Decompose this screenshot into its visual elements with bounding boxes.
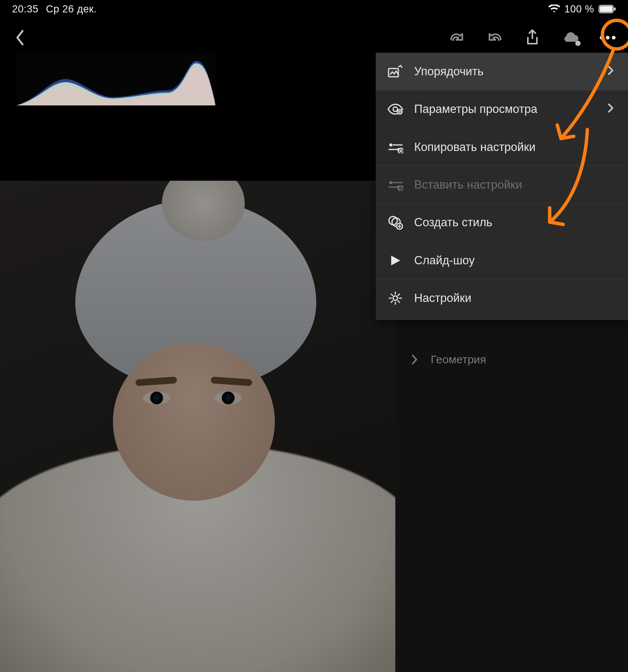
app-toolbar [0, 23, 628, 53]
chevron-right-icon [411, 354, 418, 365]
view-options-icon [387, 101, 404, 117]
menu-item-label: Создать стиль [414, 216, 617, 229]
svg-rect-1 [600, 6, 613, 12]
menu-item-label: Параметры просмотра [414, 102, 597, 116]
svg-point-3 [600, 36, 604, 40]
svg-point-5 [612, 36, 616, 40]
menu-item-settings[interactable]: Настройки [376, 279, 628, 317]
menu-item-copy-settings[interactable]: Копировать настройки [376, 128, 628, 166]
menu-item-label: Упорядочить [414, 65, 597, 78]
menu-item-label: Вставить настройки [414, 178, 617, 192]
sync-status-dot [575, 41, 581, 46]
copy-settings-icon [387, 139, 404, 155]
cloud-sync-button[interactable] [560, 28, 580, 47]
svg-rect-2 [614, 8, 616, 11]
undo-button[interactable] [485, 28, 505, 47]
paste-settings-icon [387, 177, 404, 193]
menu-item-paste-settings: Вставить настройки [376, 166, 628, 204]
menu-item-create-preset[interactable]: Создать стиль [376, 204, 628, 241]
share-button[interactable] [523, 28, 542, 47]
svg-point-18 [393, 296, 398, 300]
menu-item-label: Слайд-шоу [414, 254, 617, 267]
svg-point-12 [389, 181, 392, 184]
menu-item-label: Настройки [414, 291, 617, 305]
menu-item-slideshow[interactable]: Слайд-шоу [376, 242, 628, 279]
back-button[interactable] [11, 28, 30, 47]
organize-icon [387, 63, 404, 80]
redo-button[interactable] [447, 28, 467, 47]
more-options-menu: Упорядочить Параметры просмотра Копирова… [376, 53, 628, 320]
battery-icon [599, 5, 616, 13]
svg-point-4 [606, 36, 610, 40]
histogram-panel[interactable] [17, 53, 215, 105]
slideshow-icon [387, 252, 404, 269]
settings-icon [387, 290, 404, 306]
battery-percent: 100 % [564, 3, 594, 15]
photo-canvas[interactable] [0, 181, 395, 672]
menu-item-label: Копировать настройки [414, 140, 617, 154]
create-preset-icon [387, 214, 404, 231]
clock-text: 20:35 [12, 3, 38, 15]
status-bar: 20:35 Ср 26 дек. 100 % [0, 0, 628, 18]
chevron-right-icon [608, 65, 617, 78]
panel-row-geometry[interactable]: Геометрия [395, 343, 628, 376]
date-text: Ср 26 дек. [46, 3, 97, 15]
wifi-icon [549, 5, 560, 14]
menu-item-organize[interactable]: Упорядочить [376, 53, 628, 90]
svg-point-7 [393, 107, 398, 111]
svg-point-9 [389, 143, 392, 146]
menu-item-view-options[interactable]: Параметры просмотра [376, 90, 628, 128]
panel-row-label: Геометрия [431, 353, 486, 366]
chevron-right-icon [608, 102, 617, 116]
more-options-button[interactable] [598, 28, 617, 47]
